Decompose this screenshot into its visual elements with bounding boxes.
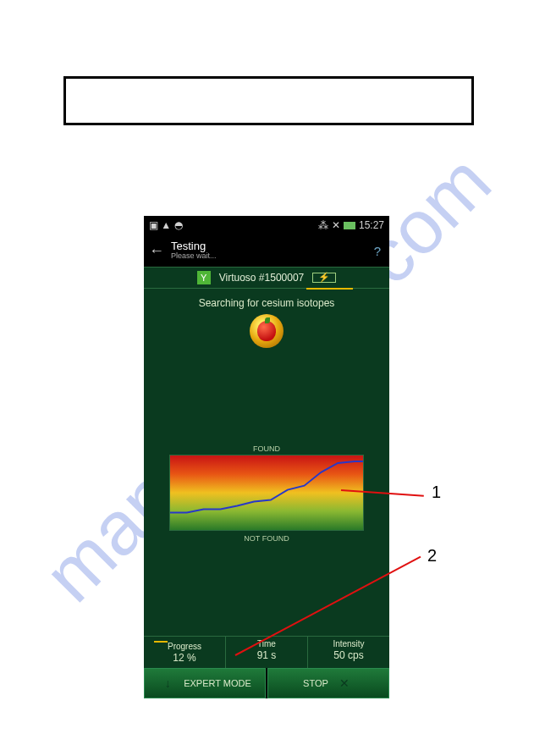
chart-found-label: FOUND [169,444,364,453]
android-status-bar: ▣ ▲ ◓ ⁂ ✕ 15:27 [144,216,389,235]
close-icon: ✕ [335,674,354,693]
chart-notfound-label: NOT FOUND [169,534,364,543]
expert-mode-label: EXPERT MODE [184,678,251,688]
apple-badge-icon [250,314,284,348]
detection-chart: FOUND NOT FOUND [169,444,364,538]
apple-small-icon: ◓ [174,219,183,231]
image-icon: ▣ [149,219,158,231]
device-name: Virtuoso #1500007 [219,272,305,284]
callout-number-2: 2 [427,546,437,566]
time-value: 91 s [226,649,307,661]
chart-trend-line [170,455,363,531]
device-battery-icon [312,273,336,283]
expert-mode-button[interactable]: ↓ EXPERT MODE [144,668,266,698]
help-icon[interactable]: ? [374,244,384,258]
header-titles: Testing Please wait... [171,240,367,261]
status-left-icons: ▣ ▲ ◓ [149,219,183,231]
status-time: 15:27 [359,219,384,231]
page-subtitle: Please wait... [171,252,367,261]
stats-bar: Progress 12 % Time 91 s Intensity 50 cps [144,636,389,668]
progress-label: Progress [144,642,225,651]
callout-number-1: 1 [432,483,441,502]
blank-box [63,76,474,125]
back-arrow-icon[interactable]: ← [149,242,164,260]
chart-gradient-box [169,455,364,531]
down-arrow-icon: ↓ [158,674,177,693]
apple-inner-icon [257,321,276,341]
intensity-label: Intensity [308,639,389,648]
time-label: Time [226,639,307,648]
device-bar: Y Virtuoso #1500007 [144,267,389,289]
app-header: ← Testing Please wait... ? [144,235,389,267]
status-right-icons: ⁂ ✕ 15:27 [318,219,384,231]
battery-icon [344,222,355,229]
progress-stat: Progress 12 % [144,637,226,668]
search-status-text: Searching for cesium isotopes [144,297,389,309]
warning-icon: ▲ [161,219,171,231]
page-title: Testing [171,240,367,252]
device-underline [306,288,353,290]
bluetooth-icon: ⁂ [318,219,328,231]
phone-screenshot: ▣ ▲ ◓ ⁂ ✕ 15:27 ← Testing Please wait...… [144,216,389,698]
intensity-value: 50 cps [308,649,389,661]
stop-button[interactable]: STOP ✕ [267,668,389,698]
progress-value: 12 % [144,652,225,664]
intensity-stat: Intensity 50 cps [308,637,389,668]
bottom-button-bar: ↓ EXPERT MODE STOP ✕ [144,668,389,698]
mute-icon: ✕ [332,219,340,231]
device-logo-icon: Y [197,271,211,284]
stop-label: STOP [303,678,328,688]
